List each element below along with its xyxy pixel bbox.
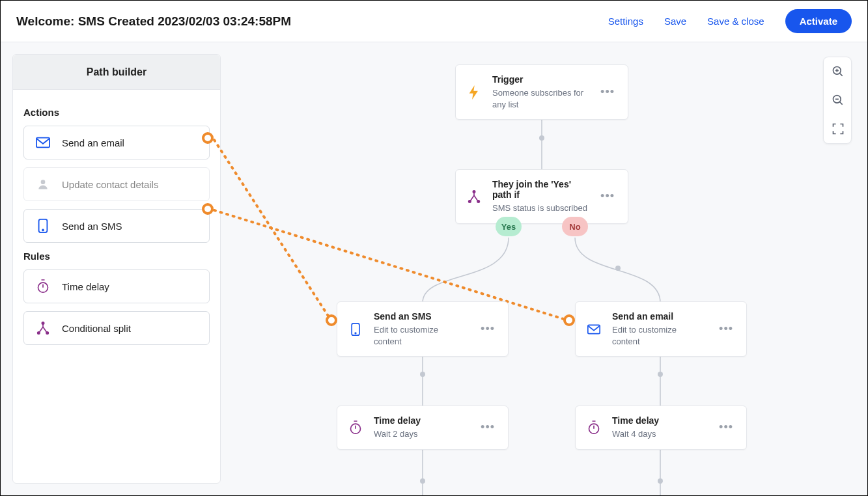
svg-point-5	[42, 322, 44, 324]
actions-section-label: Actions	[23, 107, 210, 118]
palette-send-sms[interactable]: Send an SMS	[23, 209, 210, 243]
connector-dot[interactable]	[658, 372, 663, 377]
palette-conditional-split[interactable]: Conditional split	[23, 311, 210, 345]
svg-point-7	[46, 332, 48, 334]
svg-point-16	[351, 424, 361, 434]
card-subtitle: SMS status is subscribed	[492, 202, 587, 214]
card-title: Trigger	[492, 74, 587, 85]
settings-link[interactable]: Settings	[608, 16, 643, 27]
more-icon[interactable]: •••	[478, 322, 497, 336]
phone-icon	[348, 323, 363, 336]
palette-update-contact: Update contact details	[23, 167, 210, 201]
connector-dot[interactable]	[658, 478, 663, 484]
delay-right-card[interactable]: Time delay Wait 4 days •••	[575, 406, 747, 450]
annotation-circle	[563, 314, 575, 326]
split-icon	[36, 321, 50, 335]
svg-point-11	[469, 200, 471, 202]
zoom-fit-button[interactable]	[824, 115, 852, 143]
connector-dot[interactable]	[615, 266, 621, 271]
no-badge: No	[562, 217, 588, 236]
card-subtitle: Edit to customize content	[374, 324, 468, 347]
annotation-circle	[326, 314, 337, 326]
card-subtitle: Someone subscribes for any list	[492, 87, 587, 110]
card-subtitle: Wait 4 days	[612, 428, 706, 440]
palette-item-label: Send an email	[62, 137, 124, 148]
svg-point-12	[477, 200, 479, 202]
yes-badge: Yes	[496, 217, 522, 236]
save-close-link[interactable]: Save & close	[707, 16, 764, 27]
zoom-controls	[823, 57, 852, 144]
stopwatch-icon	[348, 420, 363, 435]
rules-section-label: Rules	[23, 251, 210, 262]
card-title: Time delay	[612, 415, 706, 426]
email-icon	[586, 324, 602, 335]
more-icon[interactable]: •••	[478, 420, 497, 434]
svg-point-17	[589, 424, 599, 434]
palette-time-delay[interactable]: Time delay	[23, 269, 210, 303]
zoom-out-button[interactable]	[824, 86, 852, 115]
topbar-actions: Settings Save Save & close Activate	[608, 9, 852, 33]
bolt-icon	[466, 85, 482, 100]
save-link[interactable]: Save	[664, 16, 686, 27]
connector-dot[interactable]	[420, 372, 425, 377]
svg-point-6	[38, 332, 40, 334]
sidebar-panel: Path builder Actions Send an email Updat…	[12, 54, 221, 484]
topbar: Welcome: SMS Created 2023/02/03 03:24:58…	[1, 1, 867, 42]
card-title: Send an SMS	[374, 311, 468, 322]
send-sms-card[interactable]: Send an SMS Edit to customize content ••…	[337, 301, 509, 357]
activate-button[interactable]: Activate	[785, 9, 852, 33]
palette-item-label: Send an SMS	[62, 221, 122, 232]
email-icon	[36, 135, 50, 150]
palette-item-label: Update contact details	[62, 179, 158, 190]
phone-icon	[36, 219, 50, 233]
condition-card[interactable]: They join the 'Yes' path if SMS status i…	[455, 169, 628, 224]
page-title: Welcome: SMS Created 2023/02/03 03:24:58…	[16, 14, 291, 29]
palette-item-label: Time delay	[62, 281, 109, 292]
card-title: Send an email	[612, 311, 706, 322]
svg-rect-15	[588, 325, 600, 333]
stopwatch-icon	[36, 279, 50, 294]
more-icon[interactable]: •••	[598, 85, 617, 99]
svg-point-1	[41, 180, 46, 184]
svg-rect-0	[36, 138, 49, 148]
palette-item-label: Conditional split	[62, 323, 131, 334]
card-title: Time delay	[374, 415, 468, 426]
trigger-card[interactable]: Trigger Someone subscribes for any list …	[455, 64, 628, 120]
svg-point-10	[473, 191, 475, 193]
split-icon	[466, 190, 482, 203]
connector-dot[interactable]	[420, 478, 425, 484]
card-subtitle: Edit to customize content	[612, 324, 706, 347]
sidebar-title: Path builder	[13, 55, 220, 90]
canvas-area: Path builder Actions Send an email Updat…	[1, 42, 867, 495]
more-icon[interactable]: •••	[716, 322, 736, 336]
person-icon	[36, 177, 50, 191]
annotation-circle	[202, 203, 214, 215]
palette-send-email[interactable]: Send an email	[23, 126, 210, 159]
more-icon[interactable]: •••	[598, 189, 617, 203]
svg-point-3	[42, 230, 44, 231]
delay-left-card[interactable]: Time delay Wait 2 days •••	[337, 406, 509, 450]
send-email-card[interactable]: Send an email Edit to customize content …	[575, 301, 747, 357]
stopwatch-icon	[586, 420, 602, 435]
card-subtitle: Wait 2 days	[374, 428, 468, 440]
svg-point-14	[355, 333, 356, 334]
connector-dot[interactable]	[539, 135, 544, 141]
more-icon[interactable]: •••	[716, 420, 736, 434]
annotation-circle	[202, 132, 214, 144]
card-title: They join the 'Yes' path if	[492, 179, 587, 200]
zoom-in-button[interactable]	[824, 57, 852, 86]
